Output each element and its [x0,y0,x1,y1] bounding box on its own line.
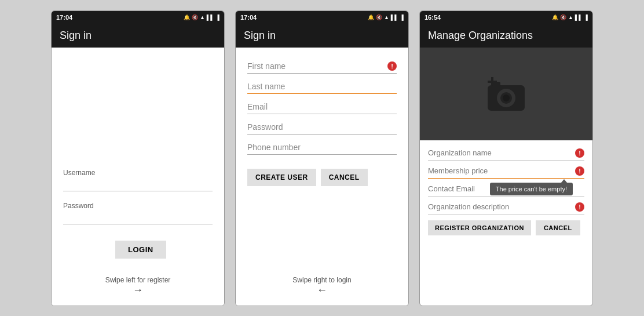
wifi-icon: ▲ [568,14,573,20]
screen2-status-icons: 🔔 🔇 ▲ ▌▌ ▐ [368,14,404,20]
screen1-password-label: Password [63,202,213,210]
screen3-cancel-button[interactable]: CANCEL [536,220,580,235]
screen1-status-icons: 🔔 🔇 ▲ ▌▌ ▐ [184,14,219,20]
screen2-email-input[interactable] [247,100,397,114]
mute-icon: 🔇 [376,14,382,20]
screen3-orgname-field: Organization name ! [428,147,584,161]
screen1-content: Username Password LOGIN Swipe left for r… [52,48,224,306]
screen1-swipe-hint: Swipe left for register → [63,259,213,296]
svg-point-3 [503,95,510,101]
screen2-firstname-input[interactable] [247,59,397,74]
mute-icon: 🔇 [192,14,198,20]
signal-icon: ▌▌ [575,14,583,20]
screen3-buttons: REGISTER ORGANIZATION CANCEL [428,220,584,235]
screen2-swipe-hint: Swipe right to login ← [247,264,397,296]
wifi-icon: ▲ [200,14,205,20]
screen1-password-field: Password [63,202,213,224]
screen1-username-label: Username [63,169,213,177]
screen2-title: Sign in [244,30,276,41]
camera-add-icon [483,74,529,114]
wifi-icon: ▲ [384,14,389,20]
screen3-status-bar: 16:54 🔔 🔇 ▲ ▌▌ ▐ [420,11,592,24]
screen2-firstname-field: First name ! [247,59,397,74]
screen1-username-input[interactable] [63,179,213,191]
battery-icon: ▐ [584,14,588,20]
screen3-status-icons: 🔔 🔇 ▲ ▌▌ ▐ [552,14,588,20]
screen3-orgname-error: ! [575,148,584,158]
screen3-membership-label: Membership price [428,166,488,175]
alarm-icon: 🔔 [552,14,558,20]
screen1-swipe-text: Swipe left for register [63,276,213,284]
alarm-icon: 🔔 [368,14,374,20]
screen3-app-header: Manage Organizations [420,24,592,48]
screen3-orgname-label: Organization name [428,148,492,157]
mute-icon: 🔇 [560,14,566,20]
screen2-firstname-error: ! [387,61,397,71]
screen1-status-bar: 17:04 🔔 🔇 ▲ ▌▌ ▐ [52,11,224,24]
screen3-tooltip: The price can't be empty! [490,183,573,195]
screen3-time: 16:54 [425,14,441,21]
signal-icon: ▌▌ [207,14,214,20]
screen2-email-field: Email [247,100,397,114]
battery-icon: ▐ [400,14,404,20]
screen3-contact-label: Contact Email [428,184,475,193]
screen2-status-bar: 17:04 🔔 🔇 ▲ ▌▌ ▐ [236,11,408,24]
signal-icon: ▌▌ [391,14,398,20]
screen2-app-header: Sign in [236,24,408,48]
screen1-login-button[interactable]: LOGIN [115,241,166,259]
screen2-buttons: CREATE USER CANCEL [247,169,397,186]
screen2-phone-field: Phone number [247,140,397,155]
screen3-membership-field: Membership price ! The price can't be em… [428,165,584,179]
screen1-title: Sign in [60,30,92,41]
screen2-frame: 17:04 🔔 🔇 ▲ ▌▌ ▐ Sign in First name ! La… [235,10,409,306]
alarm-icon: 🔔 [184,14,190,20]
screen3-description-error: ! [575,202,584,212]
screen1-frame: 17:04 🔔 🔇 ▲ ▌▌ ▐ Sign in Username Passwo… [51,10,225,306]
screen3-form: Organization name ! Membership price ! T… [420,140,592,306]
screen2-swipe-text: Swipe right to login [247,276,397,284]
screen1-password-input[interactable] [63,212,213,224]
screen2-password-field: Password [247,120,397,135]
screen3-membership-error: ! [575,166,584,176]
screen1-time: 17:04 [56,14,72,21]
screen2-create-button[interactable]: CREATE USER [247,169,316,186]
screen1-username-field: Username [63,169,213,191]
screen2-content: First name ! Last name Email Password Ph… [236,48,408,306]
screen3-description-field: Organization description ! [428,201,584,215]
screen3-photo-area[interactable] [420,48,592,140]
screen2-cancel-button[interactable]: CANCEL [321,169,368,186]
screen3-title: Manage Organizations [428,30,533,41]
screen2-lastname-input[interactable] [247,79,397,94]
screen2-swipe-arrow: ← [247,284,397,296]
svg-rect-6 [492,82,500,86]
screen3-frame: 16:54 🔔 🔇 ▲ ▌▌ ▐ Manage Organizations [419,10,593,306]
screen2-password-input[interactable] [247,120,397,135]
screen3-register-button[interactable]: REGISTER ORGANIZATION [428,220,531,235]
screen2-phone-input[interactable] [247,140,397,155]
battery-icon: ▐ [216,14,219,20]
screen1-app-header: Sign in [52,24,224,48]
screen2-lastname-field: Last name [247,79,397,94]
screen2-time: 17:04 [240,14,257,21]
screen3-description-label: Organization description [428,202,509,211]
screen1-swipe-arrow: → [63,284,213,296]
